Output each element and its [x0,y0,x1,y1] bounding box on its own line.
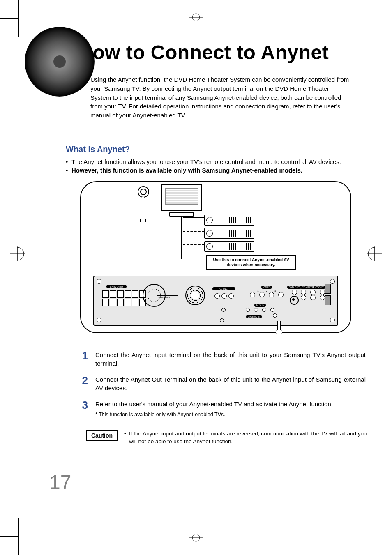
optical-port-icon [264,313,270,319]
step-item: 3 Refer to the user's manual of your Any… [78,400,366,417]
anynet-terminal-group: ANYNET [212,292,235,304]
digital-in-label: DIGITAL IN [246,315,262,318]
intro-paragraph: Using the Anynet function, the DVD Home … [90,75,349,120]
anynet-label: ANYNET [212,287,235,290]
speaker-graphic-icon [25,27,95,97]
digital-in-terminal-group: DIGITAL IN [246,312,286,319]
registration-mark-icon [189,10,203,25]
step-number: 1 [78,350,88,361]
section-heading: What is Anynet? [66,145,366,154]
component-label: COMPONENT OUT [300,286,325,289]
fan-icon [143,284,166,307]
cable-line [183,217,204,218]
caution-block: Caution If the Anynet input and output t… [86,430,374,446]
crop-mark [0,18,18,19]
registration-mark-icon [367,246,382,261]
step-number: 2 [78,375,88,386]
screw-icon [220,318,224,322]
step-number: 3 [78,400,88,410]
diagram-tip-callout: Use this to connect Anynet-enabled AV de… [206,255,296,270]
av-device-icon [204,241,254,252]
video-label: VIDEO [261,286,272,289]
steps-list: 1 Connect the Anynet input terminal on t… [78,350,366,417]
registration-mark-icon [10,246,25,261]
step-text: Connect the Anynet input terminal on the… [95,350,366,368]
tv-icon [161,184,202,217]
cable-dashed-line [183,231,204,232]
page-number: 17 [49,471,71,493]
cable-plug-icon [276,330,282,334]
cable-dashed-line [183,244,204,245]
crop-mark [0,536,18,537]
av-device-icon [204,228,254,239]
caution-badge: Caution [86,430,118,441]
step-text: Connect the Anynet Out Terminal on the b… [95,375,366,392]
cable-line [181,216,182,259]
crop-mark [18,518,19,555]
bullet-item-strong: However, this function is available only… [66,167,366,174]
antenna-icon [134,186,151,256]
caution-text: If the Anynet input and output terminals… [124,430,374,446]
screw-icon [221,308,226,312]
content-area: How to Connect to Anynet Using the Anyne… [53,41,366,446]
fm-terminal [325,295,331,305]
speaker-label: SPEAKER [106,285,127,288]
aux-in-terminal-group: AUX IN [241,300,279,312]
am-terminal [325,284,331,294]
step-item: 2 Connect the Anynet Out Terminal on the… [78,375,366,392]
what-is-anynet-section: What is Anynet? The Anynet function allo… [66,145,366,446]
antenna-terminal-group [325,284,332,307]
screw-icon [330,318,335,322]
crop-mark [18,0,19,37]
section-bullets: The Anynet function allows you to use yo… [66,158,366,174]
av-device-icon [204,215,254,226]
bullet-item: The Anynet function allows you to use yo… [66,158,366,165]
aux-label: AUX IN [254,304,266,307]
screw-icon [97,279,101,284]
manual-page: How to Connect to Anynet Using the Anyne… [0,0,392,555]
footnote-prefix: * [95,412,97,417]
connection-diagram: Use this to connect Anynet-enabled AV de… [80,181,351,333]
vent-grille-icon [185,286,205,305]
registration-mark-icon [189,530,203,545]
step-item: 1 Connect the Anynet input terminal on t… [78,350,366,368]
page-title: How to Connect to Anynet [78,41,366,64]
step-footnote: * This function is available only with A… [95,412,333,417]
amplifier-rear-panel: SPEAKER IMPEDANCE ANYNET V [93,276,338,326]
step-text: Refer to the user's manual of your Anyne… [95,400,333,408]
footnote-text: This function is available only with Any… [99,412,225,417]
screw-icon [97,318,101,322]
